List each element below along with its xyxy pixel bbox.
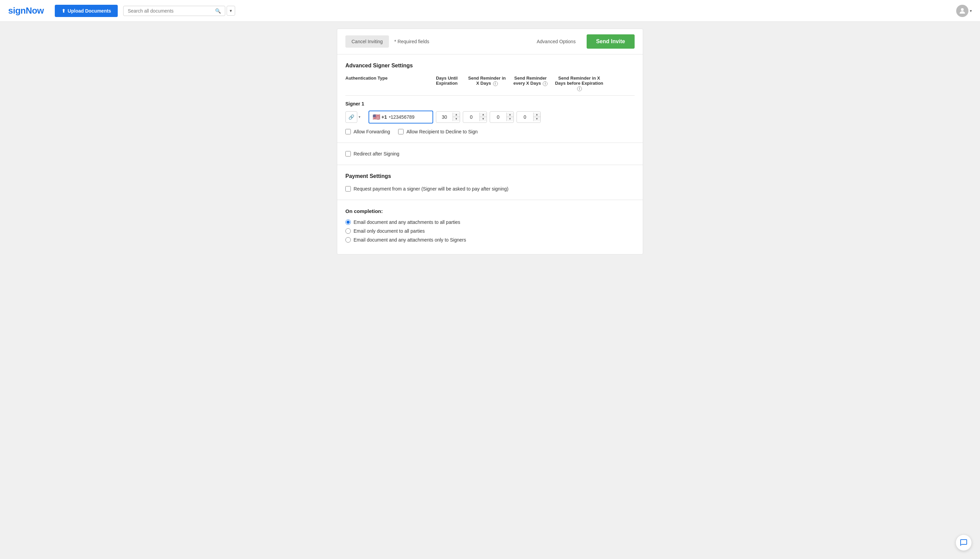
search-dropdown-button[interactable]: ▾ <box>226 6 235 16</box>
cancel-inviting-button[interactable]: Cancel Inviting <box>345 35 389 48</box>
completion-radio-2[interactable] <box>345 228 351 234</box>
days-expiry-value: 30 <box>436 112 453 122</box>
completion-radio-1[interactable] <box>345 220 351 225</box>
signer1-row: 🔗 ▾ 🇺🇸 +1 ▾ 30 ▲ <box>345 111 635 124</box>
payment-settings-section: Payment Settings Request payment from a … <box>337 165 643 200</box>
days-expiry-spinner: 30 ▲ ▼ <box>436 111 460 123</box>
col-header-reminder-before: Send Reminder in X Days before Expiratio… <box>554 76 605 91</box>
auth-link-icon-button[interactable]: 🔗 <box>345 111 357 123</box>
allow-forwarding-item[interactable]: Allow Forwarding <box>345 129 390 134</box>
completion-label-2: Email only document to all parties <box>354 228 425 234</box>
request-payment-label: Request payment from a signer (Signer wi… <box>354 186 508 192</box>
reminder-x-info-icon: i <box>493 81 498 86</box>
completion-section: On completion: Email document and any at… <box>337 200 643 254</box>
redirect-section: Redirect after Signing <box>337 143 643 165</box>
reminder-every-spinner: 0 ▲ ▼ <box>490 111 514 123</box>
redirect-after-signing-item[interactable]: Redirect after Signing <box>345 151 635 157</box>
main-card: Cancel Inviting * Required fields Advanc… <box>337 28 643 255</box>
search-input[interactable] <box>127 8 212 13</box>
auth-chevron-icon[interactable]: ▾ <box>359 115 360 119</box>
col-header-reminder-every: Send Reminder every X Days i <box>510 76 551 86</box>
cancel-inviting-label: Cancel Inviting <box>352 39 383 44</box>
required-fields-text: * Required fields <box>394 39 430 44</box>
reminder-before-value: 0 <box>517 112 533 122</box>
reminder-before-decrement[interactable]: ▼ <box>534 117 540 121</box>
signer1-label: Signer 1 <box>345 101 635 106</box>
settings-table-header: Authentication Type Days Until Expiratio… <box>345 76 635 96</box>
avatar <box>956 5 968 17</box>
redirect-after-signing-checkbox[interactable] <box>345 151 351 157</box>
completion-option-3[interactable]: Email document and any attachments only … <box>345 237 635 243</box>
col-header-auth: Authentication Type <box>345 76 427 81</box>
reminder-x-decrement[interactable]: ▼ <box>480 117 487 121</box>
link-icon: 🔗 <box>349 114 354 120</box>
reminder-before-spinner-btns: ▲ ▼ <box>533 112 540 121</box>
svg-point-0 <box>961 8 963 11</box>
upload-documents-button[interactable]: ⬆ Upload Documents <box>55 5 118 17</box>
allow-decline-label: Allow Recipient to Decline to Sign <box>406 129 478 134</box>
search-icon: 🔍 <box>215 8 221 13</box>
advanced-signer-settings-title: Advanced Signer Settings <box>345 63 635 69</box>
redirect-after-signing-label: Redirect after Signing <box>354 151 400 157</box>
reminder-before-spinner: 0 ▲ ▼ <box>517 111 541 123</box>
user-avatar-wrap[interactable]: ▾ <box>956 5 972 17</box>
allow-forwarding-label: Allow Forwarding <box>354 129 390 134</box>
advanced-signer-settings-section: Advanced Signer Settings Authentication … <box>337 55 643 143</box>
reminder-x-spinner-btns: ▲ ▼ <box>479 112 487 121</box>
header: signNow ⬆ Upload Documents 🔍 ▾ ▾ <box>0 0 980 22</box>
upload-btn-label: Upload Documents <box>68 8 111 13</box>
advanced-options-link[interactable]: Advanced Options <box>537 39 575 44</box>
request-payment-checkbox[interactable] <box>345 186 351 192</box>
reminder-every-info-icon: i <box>543 81 547 86</box>
reminder-x-value: 0 <box>463 112 479 122</box>
phone-input-wrap[interactable]: 🇺🇸 +1 ▾ <box>369 111 433 124</box>
user-chevron-icon: ▾ <box>970 8 972 13</box>
payment-settings-title: Payment Settings <box>345 173 635 179</box>
days-expiry-decrement[interactable]: ▼ <box>453 117 460 121</box>
send-invite-label: Send Invite <box>596 38 625 44</box>
allow-decline-item[interactable]: Allow Recipient to Decline to Sign <box>398 129 478 134</box>
toolbar: Cancel Inviting * Required fields Advanc… <box>337 29 643 55</box>
auth-type-select-wrap: 🔗 ▾ <box>345 111 366 123</box>
upload-icon: ⬆ <box>61 8 66 13</box>
logo: signNow <box>8 5 44 16</box>
chevron-down-icon: ▾ <box>230 8 232 13</box>
main-layout: Cancel Inviting * Required fields Advanc… <box>0 22 980 559</box>
allow-forwarding-checkbox[interactable] <box>345 129 351 134</box>
days-expiry-increment[interactable]: ▲ <box>453 112 460 117</box>
reminder-before-increment[interactable]: ▲ <box>534 112 540 117</box>
allow-decline-checkbox[interactable] <box>398 129 403 134</box>
completion-option-2[interactable]: Email only document to all parties <box>345 228 635 234</box>
col-header-reminder-x: Send Reminder in X Days i <box>466 76 507 86</box>
completion-radio-3[interactable] <box>345 237 351 243</box>
chat-support-button[interactable] <box>955 534 972 551</box>
completion-label-3: Email document and any attachments only … <box>354 237 466 243</box>
reminder-before-info-icon: i <box>577 86 582 91</box>
reminder-every-spinner-btns: ▲ ▼ <box>506 112 514 121</box>
send-invite-button[interactable]: Send Invite <box>587 35 635 49</box>
reminder-every-value: 0 <box>490 112 506 122</box>
phone-number-input[interactable] <box>391 114 425 120</box>
content-area: Cancel Inviting * Required fields Advanc… <box>0 22 980 559</box>
reminder-every-decrement[interactable]: ▼ <box>507 117 514 121</box>
reminder-x-increment[interactable]: ▲ <box>480 112 487 117</box>
completion-option-1[interactable]: Email document and any attachments to al… <box>345 220 635 225</box>
completion-title: On completion: <box>345 208 635 214</box>
days-expiry-spinner-btns: ▲ ▼ <box>453 112 460 121</box>
reminder-x-spinner: 0 ▲ ▼ <box>463 111 487 123</box>
request-payment-item[interactable]: Request payment from a signer (Signer wi… <box>345 186 635 192</box>
search-container: 🔍 <box>123 6 225 16</box>
country-code: +1 <box>382 114 387 120</box>
signer1-checkbox-row: Allow Forwarding Allow Recipient to Decl… <box>345 129 635 134</box>
reminder-every-increment[interactable]: ▲ <box>507 112 514 117</box>
col-header-days: Days Until Expiration <box>430 76 464 86</box>
completion-label-1: Email document and any attachments to al… <box>354 220 460 225</box>
flag-icon: 🇺🇸 <box>373 113 380 121</box>
